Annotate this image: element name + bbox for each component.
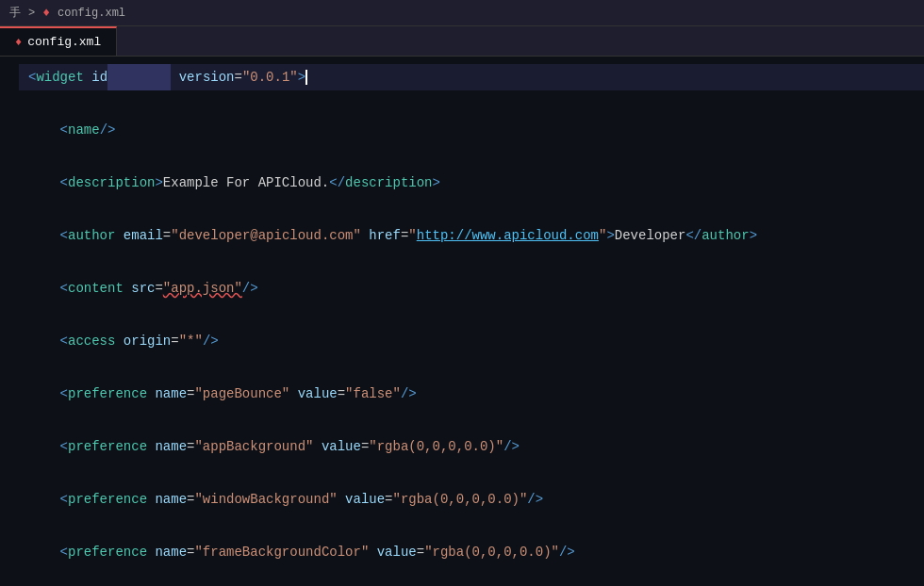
code-line-1: <widget id version="0.0.1" > [19, 64, 924, 90]
code-line-8 [19, 249, 924, 275]
editor-container: <widget id version="0.0.1" > <name/> <de… [0, 57, 924, 586]
breadcrumb-filename: config.xml [58, 7, 125, 20]
code-area[interactable]: <widget id version="0.0.1" > <name/> <de… [0, 57, 924, 586]
tab-icon: ♦ [15, 36, 22, 49]
tab-config-xml[interactable]: ♦ config.xml [0, 26, 117, 56]
breadcrumb-separator: > [28, 7, 35, 20]
code-line-17: <preference name="windowBackground" valu… [19, 486, 924, 513]
title-bar: 手 > ♦ config.xml [0, 0, 924, 26]
code-line-20 [19, 565, 924, 586]
code-line-13: <preference name="pageBounce" value="fal… [19, 381, 924, 407]
tab-label: config.xml [27, 35, 101, 49]
breadcrumb-hand: 手 [9, 5, 21, 21]
code-line-10 [19, 301, 924, 328]
code-line-19: <preference name="frameBackgroundColor" … [19, 539, 924, 565]
code-line-5: <description>Example For APICloud.</desc… [19, 170, 924, 196]
code-line-6 [19, 196, 924, 222]
file-icon: ♦ [42, 6, 50, 20]
code-line-2 [19, 90, 924, 117]
code-line-16 [19, 460, 924, 486]
code-line-11: <access origin="*"/> [19, 328, 924, 354]
code-line-18 [19, 513, 924, 539]
code-line-12 [19, 354, 924, 381]
code-line-7: <author email="developer@apicloud.com" h… [19, 222, 924, 249]
code-line-14 [19, 407, 924, 433]
code-line-9: <content src="app.json"/> [19, 275, 924, 301]
tab-bar: ♦ config.xml [0, 26, 924, 57]
code-line-15: <preference name="appBackground" value="… [19, 433, 924, 460]
code-line-3: <name/> [19, 117, 924, 143]
code-line-4 [19, 143, 924, 170]
